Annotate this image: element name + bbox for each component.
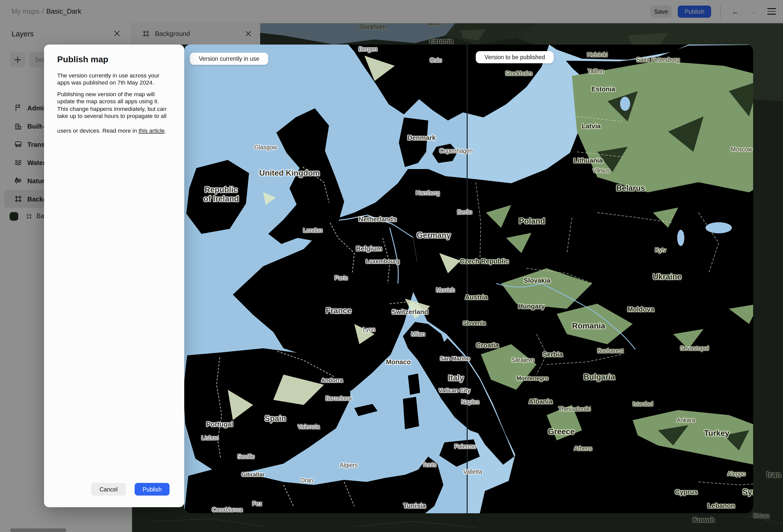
map-label-city: Ankara xyxy=(677,417,695,423)
map-label-city: Lyon xyxy=(363,326,375,333)
map-label-country: Poland xyxy=(519,217,545,226)
dialog-paragraph-2: Publishing new version of the map will u… xyxy=(57,91,173,120)
map-label-country: Andorra xyxy=(321,377,343,383)
map-label-city: Berlin xyxy=(457,209,472,215)
map-label-country: Luxembourg xyxy=(366,258,399,264)
map-label-country: Belarus xyxy=(616,184,645,193)
dialog-actions: Cancel Publish xyxy=(91,483,169,496)
map-label-country: Lithuania xyxy=(573,157,603,164)
dialog-paragraph-2-period: . xyxy=(164,128,166,134)
map-label-city: Tallinn xyxy=(587,68,604,74)
map-label-city: Saint Petersburg xyxy=(636,57,680,63)
map-label-city: Lisbon xyxy=(201,435,219,441)
map-label-city: Barcelona xyxy=(325,395,352,401)
map-label-country: Cyprus xyxy=(675,488,698,496)
map-label-country: Bulgaria xyxy=(584,373,615,382)
map-label-country: Denmark xyxy=(407,134,436,142)
right-version-chip: Version to be published xyxy=(476,51,554,63)
map-label-country: Gibraltar xyxy=(242,471,265,477)
publish-map-dialog: Publish map The version currently in use… xyxy=(44,44,184,507)
map-label-city: Fez xyxy=(252,501,262,507)
dialog-publish-button[interactable]: Publish xyxy=(135,483,169,496)
map-label-city: Tunis xyxy=(422,462,436,468)
comparison-divider[interactable] xyxy=(467,44,468,513)
map-label-city: Palermo xyxy=(454,443,476,449)
map-label-country: Spain xyxy=(265,414,286,423)
map-label-country: Slovakia xyxy=(524,277,551,284)
map-label-city: Glasgow xyxy=(254,144,277,150)
map-label-country: Austria xyxy=(465,293,488,301)
map-label-city: Istanbul xyxy=(633,401,653,407)
map-label-city: Stockholm xyxy=(505,70,532,76)
map-label-country: Albania xyxy=(529,398,553,405)
map-label-city: Moscow xyxy=(731,146,752,152)
map-label-country: Republic of Ireland xyxy=(203,185,239,204)
dialog-paragraph-2-tail: users or devices. Read more in xyxy=(57,128,139,134)
map-label-country: France xyxy=(326,306,351,315)
map-label-country: Italy xyxy=(448,374,464,383)
map-label-country: Montenegro xyxy=(516,375,549,381)
map-label-city: Naples xyxy=(461,399,479,405)
cancel-button[interactable]: Cancel xyxy=(91,483,126,496)
map-label-city: Bucharest xyxy=(597,348,624,354)
map-label-city: Vilnius xyxy=(593,167,609,174)
app-window: StockholmTallinnEstoniaIranShirazKuwait … xyxy=(0,0,783,532)
map-label-country: San Marino xyxy=(440,355,470,362)
map-label-city: Copenhagen xyxy=(439,148,473,154)
version-comparison-view[interactable]: Version currently in use Version to be p… xyxy=(184,44,753,513)
map-label-country: Lebanon xyxy=(708,502,735,509)
map-label-country: Germany xyxy=(417,231,451,240)
map-label-country: Croatia xyxy=(476,341,499,349)
map-label-city: Bergen xyxy=(358,46,377,52)
map-label-city: Aleppo xyxy=(727,471,746,477)
map-label-city: Oslo xyxy=(430,57,442,63)
map-label-country: Netherlands xyxy=(358,215,397,223)
map-label-country: Ukraine xyxy=(653,272,682,281)
dialog-title: Publish map xyxy=(57,55,108,65)
map-label-city: London xyxy=(303,227,323,233)
map-label-city: Thessaloniki xyxy=(558,406,591,412)
map-label-city: Valletta xyxy=(463,469,482,475)
map-label-country: Latvia xyxy=(582,122,600,130)
map-label-city: Milan xyxy=(411,331,425,337)
map-label-city: Kyiv xyxy=(655,247,666,253)
map-label-country: Belgium xyxy=(356,245,382,252)
left-version-chip: Version currently in use xyxy=(190,53,268,65)
map-label-country: Moldova xyxy=(627,306,654,313)
map-label-country: Tunisia xyxy=(403,502,426,509)
map-label-country: Switzerland xyxy=(392,308,429,316)
map-label-city: Seville xyxy=(238,453,255,460)
map-label-country: Turkey xyxy=(704,429,729,438)
map-label-country: Hungary xyxy=(518,303,544,310)
map-label-city: Sevastopol xyxy=(680,345,709,351)
map-label-city: Paris xyxy=(335,275,348,281)
map-label-city: Munich xyxy=(436,287,455,293)
map-label-city: Hamburg xyxy=(416,190,440,196)
map-label-country: Portugal xyxy=(206,420,233,428)
map-label-country: Monaco xyxy=(386,358,411,366)
map-label-country: Syria xyxy=(743,488,753,497)
dialog-body: The version currently in use across your… xyxy=(57,72,173,134)
map-label-city: Athens xyxy=(574,445,592,451)
map-label-city: Algiers xyxy=(340,462,357,468)
map-label-city: Casablanca xyxy=(212,507,243,513)
map-label-city: Oran xyxy=(300,477,313,483)
map-label-country: Serbia xyxy=(542,350,563,358)
map-label-country: Czech Republic xyxy=(460,257,509,265)
map-label-country: Slovenia xyxy=(463,320,486,326)
map-label-country: United Kingdom xyxy=(259,168,320,178)
map-label-country: Vatican City xyxy=(439,387,470,393)
dialog-paragraph-1: The version currently in use across your… xyxy=(57,72,173,87)
map-label-city: Helsinki xyxy=(587,52,607,58)
map-label-country: Estonia xyxy=(591,85,615,93)
map-label-country: Greece xyxy=(548,427,574,436)
map-label-city: Valencia xyxy=(298,424,320,430)
this-article-link[interactable]: this article xyxy=(139,128,165,134)
map-label-city: Sarajevo xyxy=(511,357,534,363)
map-label-country: Romania xyxy=(572,321,605,331)
